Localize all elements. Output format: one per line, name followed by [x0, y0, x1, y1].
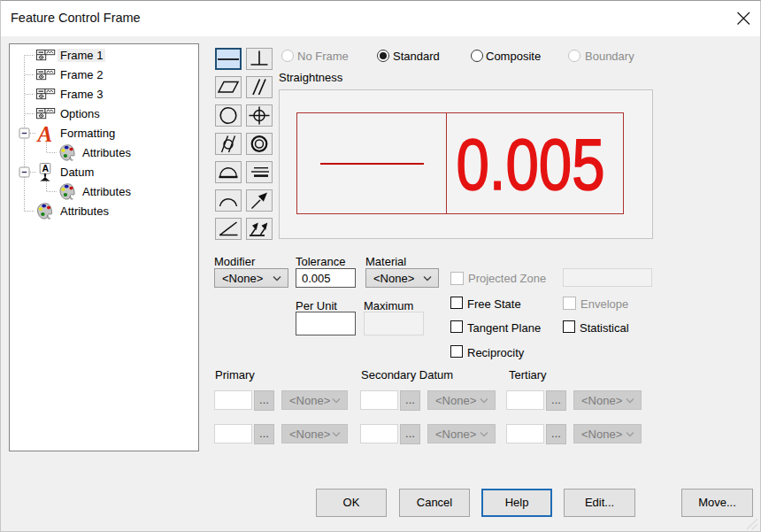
svg-text:0.005: 0.005 [456, 138, 604, 193]
svg-text:A: A [36, 122, 53, 146]
